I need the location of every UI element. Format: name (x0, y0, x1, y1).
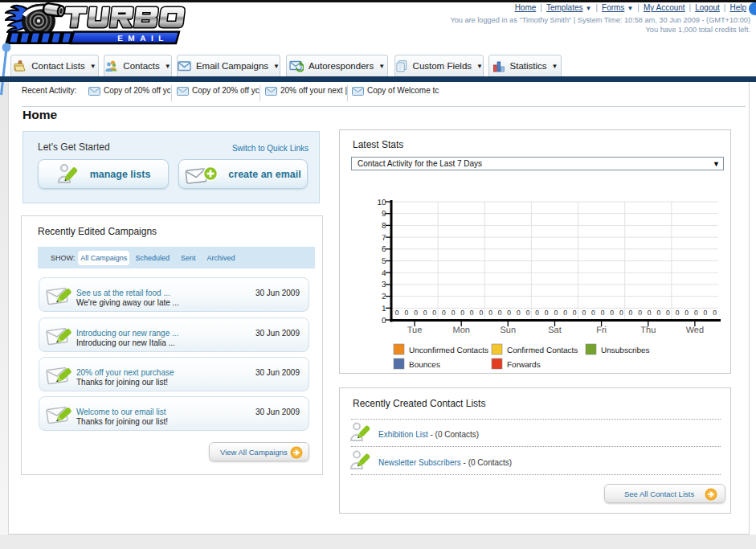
svg-text:6: 6 (382, 245, 386, 254)
svg-text:Wed: Wed (686, 326, 704, 335)
svg-text:0: 0 (610, 309, 614, 317)
svg-text:0: 0 (601, 309, 605, 317)
svg-text:Bounces: Bounces (409, 361, 440, 370)
svg-text:0: 0 (619, 309, 623, 317)
svg-text:0: 0 (563, 309, 567, 317)
svg-text:Mon: Mon (452, 326, 469, 335)
svg-text:Sat: Sat (548, 326, 562, 335)
svg-text:0: 0 (404, 309, 408, 317)
svg-text:Sun: Sun (501, 326, 517, 335)
svg-text:0: 0 (704, 309, 708, 317)
svg-text:Unconfirmed Contacts: Unconfirmed Contacts (409, 346, 488, 355)
svg-text:0: 0 (684, 309, 689, 317)
svg-text:0: 0 (535, 309, 539, 317)
svg-text:EMAIL: EMAIL (117, 35, 169, 43)
svg-text:0: 0 (470, 309, 474, 317)
svg-text:1: 1 (382, 305, 386, 313)
svg-text:4: 4 (382, 269, 386, 278)
svg-text:0: 0 (442, 309, 446, 317)
svg-text:0: 0 (545, 309, 549, 317)
svg-text:0: 0 (676, 309, 680, 317)
svg-text:0: 0 (573, 309, 577, 317)
svg-text:7: 7 (382, 234, 386, 243)
svg-text:9: 9 (382, 210, 386, 219)
svg-text:0: 0 (713, 309, 717, 317)
svg-text:3: 3 (382, 281, 386, 289)
svg-text:5: 5 (382, 257, 386, 266)
svg-text:0: 0 (648, 309, 652, 317)
svg-text:2: 2 (382, 293, 386, 301)
svg-text:0: 0 (382, 317, 386, 326)
svg-text:0: 0 (694, 309, 698, 317)
svg-text:0: 0 (395, 309, 399, 317)
svg-text:0: 0 (488, 309, 492, 317)
svg-text:Confirmed Contacts: Confirmed Contacts (507, 346, 578, 355)
svg-text:Tue: Tue (407, 326, 423, 335)
svg-text:0: 0 (452, 309, 456, 317)
svg-text:0: 0 (554, 309, 558, 317)
svg-text:Forwards: Forwards (507, 361, 541, 370)
svg-text:8: 8 (382, 222, 386, 231)
svg-text:0: 0 (423, 309, 427, 317)
svg-text:0: 0 (480, 309, 484, 317)
svg-text:0: 0 (582, 309, 586, 317)
svg-text:0: 0 (666, 309, 670, 317)
svg-text:10: 10 (377, 199, 386, 207)
svg-text:0: 0 (629, 309, 633, 317)
svg-text:0: 0 (526, 309, 530, 317)
svg-text:0: 0 (414, 309, 418, 317)
svg-text:0: 0 (517, 309, 521, 317)
svg-text:0: 0 (656, 309, 660, 317)
svg-text:0: 0 (507, 309, 511, 317)
svg-text:0: 0 (498, 309, 502, 317)
svg-text:Unsubscribes: Unsubscribes (601, 346, 650, 355)
svg-text:0: 0 (460, 309, 464, 317)
svg-text:0: 0 (591, 309, 595, 317)
svg-text:Thu: Thu (640, 326, 656, 335)
svg-text:Fri: Fri (596, 326, 607, 335)
svg-text:0: 0 (638, 309, 642, 317)
svg-text:0: 0 (432, 309, 436, 317)
